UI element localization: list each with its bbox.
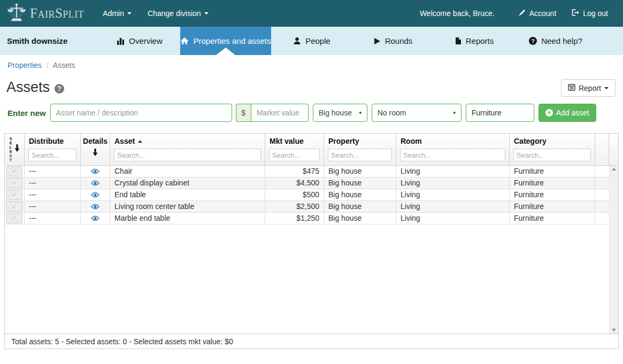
arrow-down-icon — [92, 149, 98, 159]
category-search-input[interactable] — [513, 149, 591, 161]
change-division-label: Change division — [148, 9, 201, 18]
details-eye-button[interactable] — [81, 201, 110, 212]
help-icon[interactable]: ? — [55, 84, 64, 94]
add-asset-button[interactable]: + Add asset — [539, 104, 596, 122]
details-eye-button[interactable] — [81, 166, 110, 177]
asset-search-input[interactable] — [114, 149, 261, 161]
tab-people-label: People — [305, 36, 330, 45]
tab-overview-label: Overview — [129, 36, 163, 45]
asset-name-input[interactable] — [50, 104, 232, 122]
property-column-header: Property — [324, 134, 396, 165]
report-button-label: Report — [579, 84, 601, 92]
select-cell: ✓ — [5, 201, 25, 212]
tab-reports-label: Reports — [466, 36, 494, 45]
logout-label: Log out — [583, 9, 608, 18]
select-cell: ✓ — [5, 189, 25, 200]
table-row[interactable]: ✓ --- End table $500 Big house Living Fu… — [5, 189, 618, 201]
filler-column-header — [595, 134, 609, 165]
tab-properties-and-assets[interactable]: Properties and assets — [180, 27, 271, 55]
tab-properties-label: Properties and assets — [193, 36, 271, 45]
top-right-area: Welcome back, Bruce. Account Log out — [420, 9, 616, 18]
vertical-scrollbar[interactable] — [609, 166, 618, 334]
select-header-label: SELECT — [9, 137, 13, 162]
select-checkbox[interactable]: ✓ — [6, 178, 22, 188]
room-search-input[interactable] — [400, 149, 505, 161]
breadcrumb-properties-link[interactable]: Properties — [7, 61, 42, 69]
sort-ascending-icon — [138, 140, 142, 143]
tab-overview[interactable]: Overview — [99, 27, 180, 55]
details-eye-button[interactable] — [81, 189, 110, 200]
asset-header-label: Asset — [114, 137, 135, 145]
change-division-menu[interactable]: Change division — [140, 9, 217, 18]
enter-new-form: Enter new $ Big house No room + Add asse… — [7, 104, 616, 122]
distribute-header-label: Distribute — [25, 137, 80, 145]
category-cell: Furniture — [510, 166, 595, 177]
asset-column-header[interactable]: Asset — [110, 134, 265, 165]
select-checkbox[interactable]: ✓ — [6, 190, 22, 200]
distribute-cell: --- — [25, 201, 81, 212]
room-select[interactable]: No room — [372, 104, 462, 122]
room-cell: Living — [396, 213, 510, 224]
category-column-header: Category — [510, 134, 595, 165]
tab-need-help-label: Need help? — [541, 36, 582, 45]
logout-button[interactable]: Log out — [564, 9, 616, 18]
chevron-down-icon — [204, 12, 209, 14]
add-asset-label: Add asset — [556, 109, 589, 117]
room-header-label: Room — [396, 137, 509, 145]
table-header: SELECT Distribute Details Asset Mkt valu… — [5, 134, 618, 166]
tab-rounds-label: Rounds — [385, 36, 413, 45]
table-row[interactable]: ✓ --- Marble end table $1,250 Big house … — [5, 213, 618, 224]
tab-need-help[interactable]: ? Need help? — [515, 27, 596, 55]
admin-menu-label: Admin — [103, 9, 124, 18]
category-cell: Furniture — [510, 201, 595, 212]
welcome-text: Welcome back, Bruce. — [420, 9, 495, 18]
details-column-header[interactable]: Details — [81, 134, 110, 165]
brand-name: FairSplit — [30, 6, 84, 21]
mkt-value-cell: $475 — [265, 166, 324, 177]
table-body: ✓ --- Chair $475 Big house Living Furnit… — [5, 166, 618, 334]
scroll-up-arrow-icon[interactable] — [612, 168, 616, 171]
tab-people[interactable]: People — [271, 27, 352, 55]
category-cell: Furniture — [510, 177, 595, 189]
room-cell: Living — [396, 177, 510, 189]
tab-rounds[interactable]: Rounds — [352, 27, 434, 55]
table-row[interactable]: ✓ --- Crystal display cabinet $4,500 Big… — [5, 177, 618, 189]
active-tab-notch — [216, 48, 235, 55]
plus-icon: + — [545, 109, 553, 117]
market-value-input[interactable] — [251, 104, 309, 122]
distribute-cell: --- — [25, 177, 81, 189]
brand-logo[interactable]: FairSplit — [6, 2, 84, 25]
assets-table-panel: SELECT Distribute Details Asset Mkt valu… — [4, 133, 619, 349]
select-checkbox[interactable]: ✓ — [6, 213, 22, 223]
select-checkbox[interactable]: ✓ — [6, 166, 22, 176]
distribute-cell: --- — [25, 189, 81, 200]
scroll-down-arrow-icon[interactable] — [612, 329, 616, 331]
mkt-value-search-input[interactable] — [269, 149, 320, 161]
property-cell: Big house — [324, 201, 396, 212]
tab-reports[interactable]: Reports — [434, 27, 515, 55]
property-cell: Big house — [324, 189, 396, 200]
admin-menu[interactable]: Admin — [95, 9, 140, 18]
property-cell: Big house — [324, 177, 396, 189]
mkt-value-cell: $4,500 — [265, 177, 324, 189]
asset-cell: End table — [110, 189, 265, 200]
select-checkbox[interactable]: ✓ — [6, 202, 22, 212]
mkt-value-cell: $500 — [265, 189, 324, 200]
report-list-icon — [568, 84, 575, 92]
details-eye-button[interactable] — [81, 213, 110, 224]
category-input[interactable] — [466, 104, 534, 122]
asset-cell: Chair — [110, 166, 265, 177]
table-row[interactable]: ✓ --- Living room center table $2,500 Bi… — [5, 201, 618, 213]
property-search-input[interactable] — [328, 149, 392, 161]
account-button[interactable]: Account — [511, 9, 564, 18]
distribute-search-input[interactable] — [28, 149, 76, 161]
division-navbar: Smith downsize Overview Properties and a… — [0, 27, 623, 55]
details-eye-button[interactable] — [81, 177, 110, 189]
page-title: Assets ? — [6, 79, 64, 96]
report-button[interactable]: Report — [561, 79, 616, 97]
mkt-value-column-header: Mkt value — [265, 134, 324, 165]
property-select[interactable]: Big house — [313, 104, 367, 122]
asset-cell: Crystal display cabinet — [110, 177, 265, 189]
table-row[interactable]: ✓ --- Chair $475 Big house Living Furnit… — [5, 166, 618, 177]
select-column-header[interactable]: SELECT — [5, 134, 25, 165]
